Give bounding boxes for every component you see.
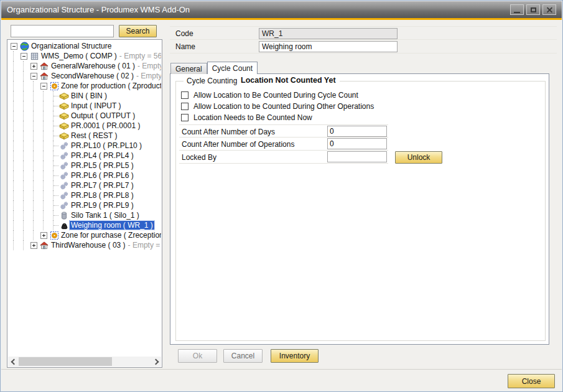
- tree-item[interactable]: WMS_Demo ( COMP ) - Empty = 56/5: [9, 51, 161, 61]
- tab-cycle-count[interactable]: Cycle Count: [207, 62, 258, 74]
- count-after-number-of-operations-input[interactable]: [327, 138, 387, 149]
- tree-item-label[interactable]: PR.PL4 ( PR.PL4 ): [70, 151, 135, 160]
- tree-item-label[interactable]: PR.PL6 ( PR.PL6 ): [70, 171, 135, 180]
- tree-guide: [19, 180, 29, 190]
- name-field[interactable]: [259, 41, 398, 52]
- field-row: Count After Number of Operations: [179, 138, 388, 151]
- tree-guide: [19, 190, 29, 200]
- inventory-button[interactable]: Inventory: [271, 349, 319, 363]
- tree-guide: [39, 200, 49, 210]
- tree-item-suffix: - Empty: [136, 62, 161, 70]
- tree-item[interactable]: PR.PL7 ( PR.PL7 ): [9, 180, 161, 190]
- tree-item[interactable]: PR.PL6 ( PR.PL6 ): [9, 170, 161, 180]
- tree-item-label[interactable]: ThirdWarehouse ( 03 ): [50, 241, 127, 250]
- tree-item[interactable]: BIN ( BIN ): [9, 91, 161, 101]
- search-button[interactable]: Search: [119, 25, 157, 37]
- tree-item[interactable]: ThirdWarehouse ( 03 ) - Empty = 0: [9, 240, 161, 250]
- tree-guide: [39, 131, 49, 141]
- tree-item[interactable]: Weighing room ( WR_1 ): [9, 220, 161, 230]
- tree-item[interactable]: PR.PL10 ( PR.PL10 ): [9, 141, 161, 151]
- tree-item-label[interactable]: Zone for purchase ( Zreception: [60, 231, 161, 240]
- locked-by-input[interactable]: [327, 151, 387, 162]
- checkbox[interactable]: [181, 103, 188, 110]
- tree-guide: [19, 240, 29, 250]
- tree-guide: [9, 190, 19, 200]
- unlock-button[interactable]: Unlock: [395, 151, 442, 164]
- tab-strip: GeneralCycle Count: [170, 62, 258, 74]
- dialog-body: Search Organizational StructureWMS_Demo …: [1, 20, 562, 391]
- checkbox[interactable]: [181, 114, 188, 121]
- tree-expander-icon[interactable]: [39, 230, 49, 240]
- cycle-counting-groupbox: Cycle Counting Location Not Counted Yet …: [175, 81, 546, 341]
- scroll-right-arrow-icon[interactable]: [151, 357, 161, 366]
- close-window-button[interactable]: [542, 4, 556, 15]
- tree-item-label[interactable]: Rest ( REST ): [70, 131, 118, 140]
- tree-item-label[interactable]: GeneralWarehouse ( 01 ): [50, 62, 136, 70]
- tree-item[interactable]: PR.PL4 ( PR.PL4 ): [9, 151, 161, 161]
- tree-item-label[interactable]: Organizational Structure: [30, 42, 113, 50]
- tree-guide: [19, 200, 29, 210]
- maximize-button[interactable]: [526, 4, 540, 15]
- tree-guide: [49, 101, 58, 111]
- name-label: Name: [175, 42, 195, 51]
- tree-item-label[interactable]: PR.PL5 ( PR.PL5 ): [70, 161, 135, 170]
- tree-expander-icon[interactable]: [29, 61, 39, 71]
- tree-item[interactable]: Organizational Structure: [9, 41, 161, 51]
- tree-item-label[interactable]: PR.PL9 ( PR.PL9 ): [70, 201, 135, 210]
- tree-item-label[interactable]: PR.PL8 ( PR.PL8 ): [70, 191, 135, 200]
- tree-item-label[interactable]: PR.0001 ( PR.0001 ): [70, 121, 141, 130]
- tree-item[interactable]: Silo Tank 1 ( Silo_1 ): [9, 210, 161, 220]
- tree-item[interactable]: SecondWarehouse ( 02 ) - Empty: [9, 71, 161, 81]
- tree-guide: [39, 161, 49, 170]
- tree-item[interactable]: PR.PL8 ( PR.PL8 ): [9, 190, 161, 200]
- minimize-button[interactable]: [510, 4, 524, 15]
- search-input[interactable]: [11, 25, 114, 37]
- tree-horizontal-scrollbar[interactable]: [8, 357, 161, 366]
- cycle-count-tab-panel: Cycle Counting Location Not Counted Yet …: [170, 73, 549, 345]
- tree-guide: [9, 71, 19, 81]
- tree-item-label[interactable]: WMS_Demo ( COMP ): [40, 52, 118, 60]
- tree-guide: [9, 121, 19, 131]
- tree-item-label[interactable]: PR.PL10 ( PR.PL10 ): [70, 141, 143, 150]
- tree-guide: [19, 161, 29, 170]
- tree-item-label[interactable]: Zone for production ( Zproduct: [60, 82, 161, 90]
- tree-item[interactable]: Rest ( REST ): [9, 131, 161, 141]
- checkbox[interactable]: [181, 91, 188, 99]
- tree-item-label[interactable]: PR.PL7 ( PR.PL7 ): [70, 181, 135, 190]
- close-button[interactable]: Close: [508, 374, 555, 388]
- tree-item[interactable]: PR.PL9 ( PR.PL9 ): [9, 200, 161, 210]
- maximize-icon: [531, 7, 536, 12]
- tree-item-label[interactable]: Silo Tank 1 ( Silo_1 ): [70, 211, 141, 220]
- cancel-button[interactable]: Cancel: [223, 349, 263, 363]
- scroll-left-arrow-icon[interactable]: [8, 357, 18, 366]
- checkbox-row: Allow Location to be Counted During Othe…: [181, 101, 374, 112]
- ok-button[interactable]: Ok: [178, 349, 217, 363]
- tree-item[interactable]: Zone for purchase ( Zreception: [9, 230, 161, 240]
- tree-guide: [9, 111, 19, 121]
- tree-item[interactable]: Zone for production ( Zproduct: [9, 81, 161, 91]
- tree-guide: [49, 151, 58, 161]
- count-after-number-of-days-input[interactable]: [327, 126, 387, 137]
- tree-expander-icon[interactable]: [19, 51, 29, 61]
- scrollbar-thumb[interactable]: [19, 357, 112, 366]
- tree-expander-icon[interactable]: [9, 41, 19, 51]
- tree-guide: [29, 210, 39, 220]
- tree-item[interactable]: PR.0001 ( PR.0001 ): [9, 121, 161, 131]
- tree-item[interactable]: GeneralWarehouse ( 01 ) - Empty: [9, 61, 161, 71]
- tree-item-label[interactable]: Input ( INPUT ): [70, 101, 122, 110]
- tree-expander-icon[interactable]: [39, 81, 49, 91]
- tab-general[interactable]: General: [170, 63, 207, 74]
- app-window: Organizational Structure - Produmex WMS …: [0, 0, 563, 392]
- tree-item-label[interactable]: SecondWarehouse ( 02 ): [50, 72, 135, 80]
- tree-item-label[interactable]: Weighing room ( WR_1 ): [70, 221, 154, 230]
- tree-expander-icon[interactable]: [29, 71, 39, 81]
- tree-guide: [19, 81, 29, 91]
- tree-item[interactable]: PR.PL5 ( PR.PL5 ): [9, 161, 161, 170]
- tree-item[interactable]: Input ( INPUT ): [9, 101, 161, 111]
- tree-guide: [29, 91, 39, 101]
- tree-item-label[interactable]: Output ( OUTPUT ): [70, 111, 136, 120]
- tree-expander-icon[interactable]: [29, 240, 39, 250]
- tree-item-label[interactable]: BIN ( BIN ): [70, 91, 108, 100]
- tree-item[interactable]: Output ( OUTPUT ): [9, 111, 161, 121]
- tree-guide: [49, 131, 58, 141]
